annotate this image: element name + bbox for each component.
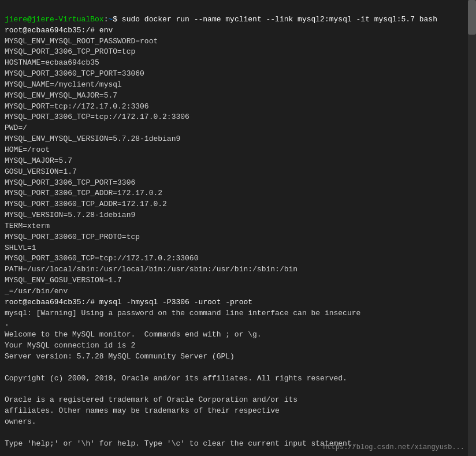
- line-40: Type 'help;' or '\h' for help. Type '\c'…: [5, 439, 356, 448]
- line-2: root@ecbaa694cb35:/# env: [5, 26, 113, 35]
- line-21: MYSQL_PORT_33060_TCP_PROTO=tcp: [5, 233, 140, 241]
- line-14: MYSQL_MAJOR=5.7: [5, 156, 72, 165]
- line-31: Your MySQL connection id is 2: [5, 341, 135, 350]
- terminal-content: jiere@jiere-VirtualBox:~$ sudo docker ru…: [5, 3, 471, 456]
- line-38: owners.: [5, 417, 36, 426]
- line-22: SHLVL=1: [5, 244, 36, 252]
- line-32: Server version: 5.7.28 MySQL Community S…: [5, 352, 235, 361]
- terminal-body[interactable]: jiere@jiere-VirtualBox:~$ sudo docker ru…: [0, 0, 476, 456]
- line-20: TERM=xterm: [5, 222, 50, 230]
- line-27: root@ecbaa694cb35:/# mysql -hmysql -P330…: [5, 298, 252, 307]
- line-34: Copyright (c) 2000, 2019, Oracle and/or …: [5, 374, 347, 383]
- line-26: _=/usr/bin/env: [5, 287, 68, 296]
- line-5: HOSTNAME=ecbaa694cb35: [5, 58, 99, 67]
- line-29: .: [5, 319, 9, 328]
- line-28: mysql: [Warning] Using a password on the…: [5, 309, 360, 317]
- line-15: GOSU_VERSION=1.7: [5, 167, 77, 176]
- line-8: MYSQL_ENV_MYSQL_MAJOR=5.7: [5, 91, 117, 100]
- line-13: HOME=/root: [5, 145, 50, 154]
- watermark: https://blog.csdn.net/xiangyusb...: [323, 443, 464, 451]
- scrollbar[interactable]: [468, 0, 476, 456]
- line-30: Welcome to the MySQL monitor. Commands e…: [5, 330, 262, 339]
- line-24: PATH=/usr/local/sbin:/usr/local/bin:/usr…: [5, 265, 298, 274]
- line-4: MYSQL_PORT_3306_TCP_PROTO=tcp: [5, 47, 135, 56]
- line-11: PWD=/: [5, 124, 27, 132]
- line-18: MYSQL_PORT_33060_TCP_ADDR=172.17.0.2: [5, 200, 167, 208]
- line-3: MYSQL_ENV_MYSQL_ROOT_PASSWORD=root: [5, 37, 158, 46]
- line-23: MYSQL_PORT_33060_TCP=tcp://172.17.0.2:33…: [5, 254, 198, 263]
- line-10: MYSQL_PORT_3306_TCP=tcp://172.17.0.2:330…: [5, 113, 189, 121]
- line-36: Oracle is a registered trademark of Orac…: [5, 395, 298, 404]
- line-19: MYSQL_VERSION=5.7.28-1debian9: [5, 211, 135, 219]
- line-7: MYSQL_NAME=/myclient/mysql: [5, 80, 122, 89]
- line-16: MYSQL_PORT_3306_TCP_PORT=3306: [5, 178, 135, 187]
- line-12: MYSQL_ENV_MYSQL_VERSION=5.7.28-1debian9: [5, 134, 180, 143]
- line-37: affiliates. Other names may be trademark…: [5, 406, 280, 415]
- line-1: jiere@jiere-VirtualBox:~$ sudo docker ru…: [5, 15, 437, 24]
- line-25: MYSQL_ENV_GOSU_VERSION=1.7: [5, 276, 122, 285]
- scrollbar-thumb[interactable]: [468, 0, 476, 35]
- terminal-window: jiere@jiere-VirtualBox:~$ sudo docker ru…: [0, 0, 476, 456]
- line-9: MYSQL_PORT=tcp://172.17.0.2:3306: [5, 102, 149, 111]
- line-6: MYSQL_PORT_33060_TCP_PORT=33060: [5, 69, 144, 78]
- line-17: MYSQL_PORT_3306_TCP_ADDR=172.17.0.2: [5, 189, 162, 197]
